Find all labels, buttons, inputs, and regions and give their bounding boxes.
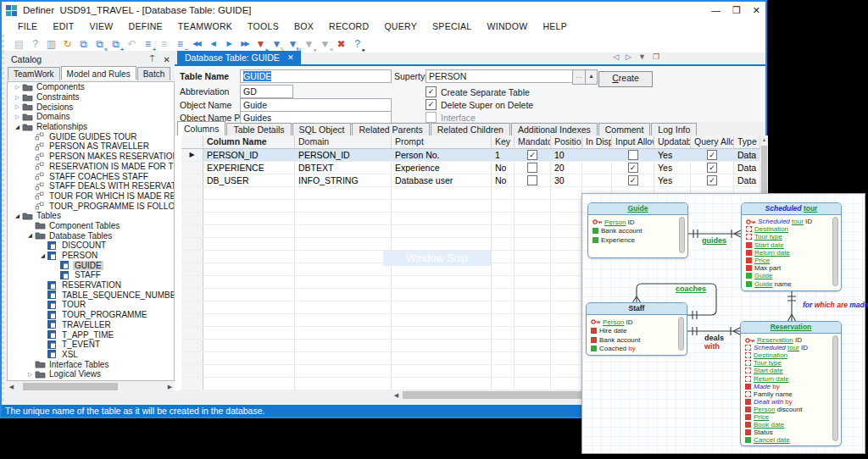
supertype-browse-button[interactable]: … [572,69,586,85]
grid-cell[interactable]: EXPERIENCE [203,162,295,174]
checked-checkbox-icon[interactable]: ✓ [426,86,437,97]
grid-header-rowheader[interactable] [181,135,203,148]
grid-cell[interactable]: Database user [392,174,492,186]
minimize-button[interactable]: — [711,2,721,19]
tree-item-tour-for-which-is-made-reservat[interactable]: TOUR FOR WHICH IS MADE RESERVAT [8,191,174,202]
menu-window[interactable]: WINDOW [480,19,536,35]
expand-expanded-icon[interactable]: ◢ [13,124,22,130]
checked-checkbox-icon[interactable]: ✓ [628,175,638,185]
cancel-icon[interactable]: ✖ [333,36,349,52]
grid-cell[interactable] [582,174,612,186]
expand-collapsed-icon[interactable]: ▷ [13,84,22,91]
create-button[interactable]: Create [598,71,653,87]
expand-collapsed-icon[interactable]: ▷ [13,103,22,110]
tree-item-tables[interactable]: ◢Tables [8,211,174,221]
tree-item-reservation[interactable]: RESERVATION [8,280,174,290]
tree-item-discount[interactable]: DISCOUNT [8,241,174,251]
table-row[interactable]: ▶PERSON_IDPERSON_IDPerson No.1✓10Yes✓Dat… [181,149,760,162]
grid-cell[interactable]: 1 [492,149,515,161]
supertype-up-button[interactable]: ▴ [585,69,598,85]
filter-clear-icon[interactable]: ▼× [317,36,333,52]
grid-cell[interactable]: No [492,162,515,174]
retrieve-filter-icon[interactable]: ▼▸ [253,36,269,52]
checked-checkbox-icon[interactable]: ✓ [707,163,717,173]
grid-cell[interactable]: 10 [551,149,582,161]
print-icon[interactable]: ▥ [43,36,59,52]
grid-cell[interactable]: Yes [654,162,691,174]
table-row[interactable]: DB_USERINFO_STRINGDatabase userNo30✓Yes✓… [181,174,760,187]
grid-cell[interactable] [612,149,654,161]
window-copy-icon[interactable]: ⧉ [75,36,92,52]
catalog-horizontal-scrollbar[interactable]: ◀ ▶ [7,382,175,391]
grid-header-key[interactable]: Key [492,135,515,148]
expand-collapsed-icon[interactable]: ▷ [13,113,22,120]
tree-item-person-makes-reservation[interactable]: PERSON MAKES RESERVATION [8,152,174,162]
close-button[interactable]: ✕ [753,2,760,19]
pin-icon[interactable]: ⍑ [150,54,155,64]
tab-columns[interactable]: Columns [177,121,225,135]
entity-scrollbar[interactable] [832,217,838,286]
grid-header-column-name[interactable]: Column Name [203,135,295,148]
grid-cell[interactable]: PERSON_ID [295,149,392,161]
scroll-left-icon[interactable]: ◀ [7,384,16,390]
menu-teamwork[interactable]: TEAMWORK [170,19,240,35]
checked-checkbox-icon[interactable]: ✓ [707,150,717,160]
tree-item-tour-programme[interactable]: TOUR_PROGRAMME [8,310,174,320]
menu-box[interactable]: BOX [287,19,321,35]
sql-window-icon[interactable]: ⧉s [92,36,108,52]
refresh-icon[interactable]: ↻ [59,36,75,52]
tree-item-xsl[interactable]: XSL [8,350,174,360]
tree-item-t-app-time[interactable]: T_APP_TIME [8,329,174,340]
expand-expanded-icon[interactable]: ◢ [25,232,35,239]
maximize-button[interactable]: ❒ [732,2,741,19]
grid-cell[interactable]: ✓ [612,174,654,186]
entity-scrollbar[interactable] [679,217,685,253]
tree-item-database-tables[interactable]: ◢Database Tables [8,230,174,241]
tree-item-guide-guides-tour[interactable]: GUIDE GUIDES TOUR [8,131,174,141]
filter-refresh-icon[interactable]: ▼↻ [285,36,301,52]
tab-comment[interactable]: Comment [598,123,651,135]
checked-checkbox-icon[interactable]: ✓ [527,150,537,160]
catalog-tab-teamwork[interactable]: TeamWork [8,67,60,80]
abbreviation-input[interactable]: GD [240,85,293,98]
grid-header-in-displa-[interactable]: In Displa... [582,135,612,148]
tab-log-info[interactable]: Log Info [651,123,697,135]
menu-query[interactable]: QUERY [376,19,425,35]
grid-cell[interactable]: Data [734,174,760,186]
tree-item-table-sequence-numbers[interactable]: TABLE_SEQUENCE_NUMBERS [8,290,174,300]
tab-list-icon[interactable]: ▼ [638,53,646,61]
grid-cell[interactable]: ✓ [515,149,551,161]
table-row[interactable]: EXPERIENCEDBTEXTExperienceNo20✓Yes✓Data [181,162,760,174]
float-window-icon[interactable]: ❐ [653,53,659,61]
grid-cell[interactable]: PERSON_ID [203,149,295,161]
checkbox-delete-super-on-delete[interactable]: ✓Delete Super on Delete [426,99,533,110]
tree-item-guide[interactable]: GUIDE [8,260,174,270]
insert-row-icon[interactable]: ≡+ [140,36,156,52]
table-name-input[interactable]: GUIDE [240,69,392,83]
grid-cell[interactable]: ✓ [691,174,734,186]
grid-cell[interactable]: DB_USER [203,174,295,186]
supertype-input[interactable]: PERSON [426,69,576,83]
checked-checkbox-icon[interactable]: ✓ [628,163,638,173]
tree-item-web-services-provider-[interactable]: Web Services (Provider) [8,379,174,381]
unchecked-checkbox-icon[interactable] [527,163,537,173]
tree-item-traveller[interactable]: TRAVELLER [8,320,174,330]
menu-edit[interactable]: EDIT [45,19,81,35]
tree-item-constraints[interactable]: ▷Constraints [8,92,174,102]
menu-file[interactable]: FILE [10,19,45,35]
grid-cell[interactable]: ✓ [691,149,734,161]
grid-cell[interactable]: Experience [392,162,492,174]
first-record-icon[interactable]: ◀◀ [188,36,204,52]
nav-back-icon[interactable]: ◁ [613,53,619,61]
nav-forward-icon[interactable]: ▷ [626,53,632,61]
grid-cell[interactable]: Data [734,162,760,174]
menu-define[interactable]: DEFINE [121,19,170,35]
checked-checkbox-icon[interactable]: ✓ [426,99,437,110]
grid-header-input-allowed[interactable]: Input Allowed [612,135,654,148]
context-help-icon[interactable]: ?▸ [349,36,365,52]
tree-item-relationships[interactable]: ◢Relationships [8,122,174,132]
grid-cell[interactable]: INFO_STRING [295,174,392,186]
grid-cell[interactable] [515,174,551,186]
unchecked-checkbox-icon[interactable] [628,150,638,160]
tab-sql-object[interactable]: SQL Object [292,123,352,135]
